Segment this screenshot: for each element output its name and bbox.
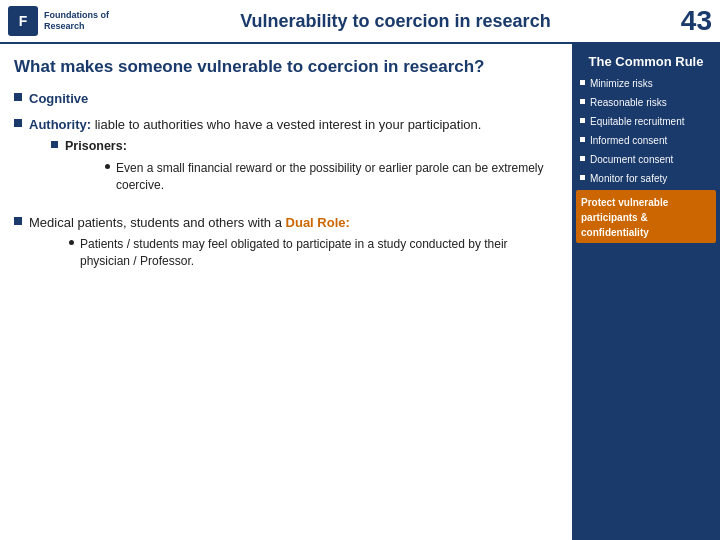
sidebar-item-equitable-label: Equitable recruitment (590, 115, 685, 128)
bullet-authority: Authority: liable to authorities who hav… (14, 116, 558, 205)
sidebar-item-protect-label: Protect vulnerable participants & confid… (581, 197, 668, 238)
sidebar-item-informed-label: Informed consent (590, 134, 667, 147)
right-sidebar: The Common Rule Minimize risks Reasonabl… (572, 44, 720, 540)
sidebar-item-minimize-label: Minimize risks (590, 77, 653, 90)
prisoners-label: Prisoners: (65, 139, 127, 153)
logo-icon: F (8, 6, 38, 36)
slide-title: Vulnerability to coercion in research (118, 11, 673, 32)
sidebar-bullet-monitor (580, 175, 585, 180)
sub-bullet-prisoners: Prisoners: Even a small financial reward… (51, 138, 558, 199)
sub-bullet-icon-prisoners (51, 141, 58, 148)
left-content: What makes someone vulnerable to coercio… (0, 44, 572, 540)
bullet-icon-cognitive (14, 93, 22, 101)
sidebar-bullet-equitable (580, 118, 585, 123)
main-layout: What makes someone vulnerable to coercio… (0, 44, 720, 540)
bullet-text-cognitive: Cognitive (29, 90, 558, 108)
bullet-cognitive: Cognitive (14, 90, 558, 108)
logo-area: F Foundations of Research (8, 6, 118, 36)
sidebar-bullet-minimize (580, 80, 585, 85)
dot-icon-obligated (69, 240, 74, 245)
sub-bullet-text-prisoners: Prisoners: Even a small financial reward… (65, 138, 558, 199)
sidebar-item-monitor: Monitor for safety (572, 169, 720, 188)
dot-icon-parole (105, 164, 110, 169)
dot-text-parole: Even a small financial reward or the pos… (116, 160, 558, 194)
sidebar-item-document: Document consent (572, 150, 720, 169)
dot-bullets-dual-role: Patients / students may feel obligated t… (69, 236, 558, 270)
sidebar-item-reasonable: Reasonable risks (572, 93, 720, 112)
sidebar-item-reasonable-label: Reasonable risks (590, 96, 667, 109)
logo-text: Foundations of Research (44, 10, 109, 32)
header: F Foundations of Research Vulnerability … (0, 0, 720, 44)
sidebar-title: The Common Rule (572, 48, 720, 74)
svg-text:F: F (19, 13, 28, 29)
sidebar-bullet-document (580, 156, 585, 161)
authority-rest: liable to authorities who have a vested … (95, 117, 482, 132)
slide-number: 43 (681, 5, 712, 37)
sidebar-item-minimize: Minimize risks (572, 74, 720, 93)
bullet-icon-dual-role (14, 217, 22, 225)
sidebar-item-monitor-label: Monitor for safety (590, 172, 667, 185)
sidebar-item-document-label: Document consent (590, 153, 673, 166)
bullet-dual-role: Medical patients, students and others wi… (14, 214, 558, 276)
dot-text-obligated: Patients / students may feel obligated t… (80, 236, 558, 270)
dual-role-prefix: Medical patients, students and others wi… (29, 215, 286, 230)
authority-label: Authority: (29, 117, 91, 132)
main-heading: What makes someone vulnerable to coercio… (14, 56, 558, 78)
sub-bullets-authority: Prisoners: Even a small financial reward… (51, 138, 558, 199)
sidebar-bullet-reasonable (580, 99, 585, 104)
dot-bullets-prisoners: Even a small financial reward or the pos… (105, 160, 558, 194)
dual-role-highlight: Dual Role: (286, 215, 350, 230)
dot-bullet-parole: Even a small financial reward or the pos… (105, 160, 558, 194)
dot-bullet-obligated: Patients / students may feel obligated t… (69, 236, 558, 270)
bullet-text-dual-role: Medical patients, students and others wi… (29, 214, 558, 276)
sidebar-item-equitable: Equitable recruitment (572, 112, 720, 131)
bullet-icon-authority (14, 119, 22, 127)
bullet-text-authority: Authority: liable to authorities who hav… (29, 116, 558, 205)
sidebar-bullet-informed (580, 137, 585, 142)
sidebar-item-protect: Protect vulnerable participants & confid… (576, 190, 716, 243)
sidebar-item-informed: Informed consent (572, 131, 720, 150)
